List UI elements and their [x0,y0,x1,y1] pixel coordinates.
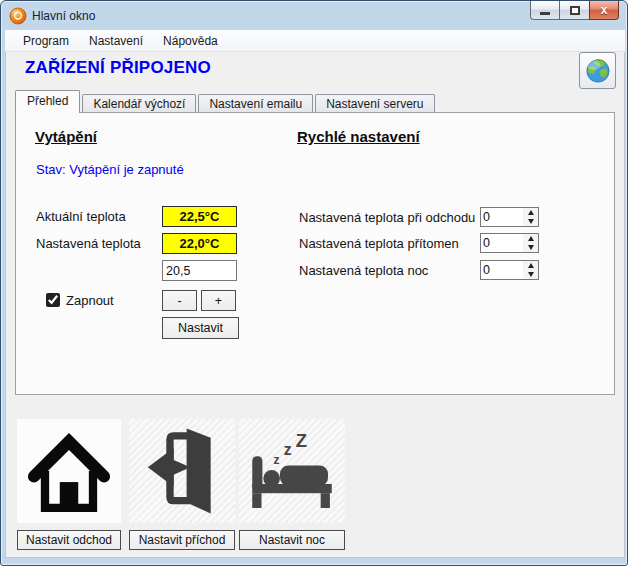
quick-settings-heading: Rychlé nastavení [297,128,420,145]
temp-away-input[interactable] [481,208,523,226]
svg-text:z: z [274,453,280,467]
heating-status-text: Stav: Vytápění je zapnuté [36,162,184,177]
arrow-down-icon [528,219,534,224]
svg-text:Z: Z [296,430,307,451]
spinner-arrows [523,261,538,279]
power-checkbox[interactable] [46,293,60,307]
temp-plus-button[interactable]: + [201,290,236,311]
spinner-arrows [523,234,538,252]
temp-away-label: Nastavená teplota při odchodu [299,210,475,225]
temp-away-spinner[interactable] [480,207,539,227]
tab-kalendar-vychozi[interactable]: Kalendář výchozí [82,94,196,113]
tab-nastaveni-serveru[interactable]: Nastavení serveru [315,94,434,113]
minimize-icon [540,12,550,15]
tabstrip: Přehled Kalendář výchozí Nastavení email… [15,91,437,113]
arrow-up-icon [528,210,534,215]
svg-text:z: z [284,441,292,458]
house-icon [21,423,117,519]
heating-heading: Vytápění [35,128,97,145]
temp-present-spinner[interactable] [480,233,539,253]
set-temp-button[interactable]: Nastavit [162,317,239,339]
spin-up-button[interactable] [523,261,538,270]
maximize-button[interactable] [560,1,589,20]
close-button[interactable]: x [589,1,619,20]
menu-nastaveni[interactable]: Nastavení [79,31,153,51]
spin-down-button[interactable] [523,243,538,252]
close-icon: x [601,4,608,16]
menu-program[interactable]: Program [13,31,79,51]
arrow-down-icon [528,245,534,250]
current-temp-value: 22,5°C [162,206,237,227]
globe-button[interactable] [579,52,616,89]
spin-down-button[interactable] [523,270,538,279]
menubar: Program Nastavení Nápověda [5,30,625,52]
tab-page-prehled: Vytápění Stav: Vytápění je zapnuté Aktuá… [15,112,615,395]
spin-up-button[interactable] [523,208,538,217]
globe-icon [583,56,613,86]
temp-present-label: Nastavená teplota přítomen [299,236,459,251]
window-title: Hlavní okno [32,9,95,23]
connection-status-heading: ZAŘÍZENÍ PŘIPOJENO [25,58,211,78]
temp-input[interactable] [162,260,237,281]
app-icon [9,7,27,25]
tab-nastaveni-emailu[interactable]: Nastavení emailu [198,94,313,113]
minimize-button[interactable] [530,1,560,20]
temp-night-input[interactable] [481,261,523,279]
temp-minus-button[interactable]: - [162,290,197,311]
door-exit-icon [133,422,231,520]
set-temp-value: 22,0°C [162,233,237,254]
set-night-button[interactable]: Nastavit noc [239,530,345,550]
set-temp-label: Nastavená teplota [36,236,141,251]
menu-napoveda[interactable]: Nápověda [153,31,228,51]
temp-present-input[interactable] [481,234,523,252]
night-mode-image: z z Z [239,419,345,523]
spinner-arrows [523,208,538,226]
spin-up-button[interactable] [523,234,538,243]
main-window: Hlavní okno x Program Nastavení Nápověda… [0,0,628,566]
caption-buttons: x [530,1,619,20]
spin-down-button[interactable] [523,217,538,226]
set-arrive-button[interactable]: Nastavit příchod [129,530,235,550]
current-temp-label: Aktuální teplota [36,209,126,224]
titlebar[interactable]: Hlavní okno x [1,1,627,30]
maximize-icon [570,6,580,15]
tab-prehled[interactable]: Přehled [15,90,80,113]
arrow-down-icon [528,272,534,277]
power-checkbox-label: Zapnout [66,293,114,308]
sleep-icon: z z Z [243,422,341,520]
temp-night-spinner[interactable] [480,260,539,280]
set-leave-button[interactable]: Nastavit odchod [17,530,121,550]
arrow-up-icon [528,236,534,241]
leave-mode-image [129,419,235,523]
home-mode-image [17,419,121,523]
arrow-up-icon [528,263,534,268]
temp-night-label: Nastavená teplota noc [299,263,428,278]
